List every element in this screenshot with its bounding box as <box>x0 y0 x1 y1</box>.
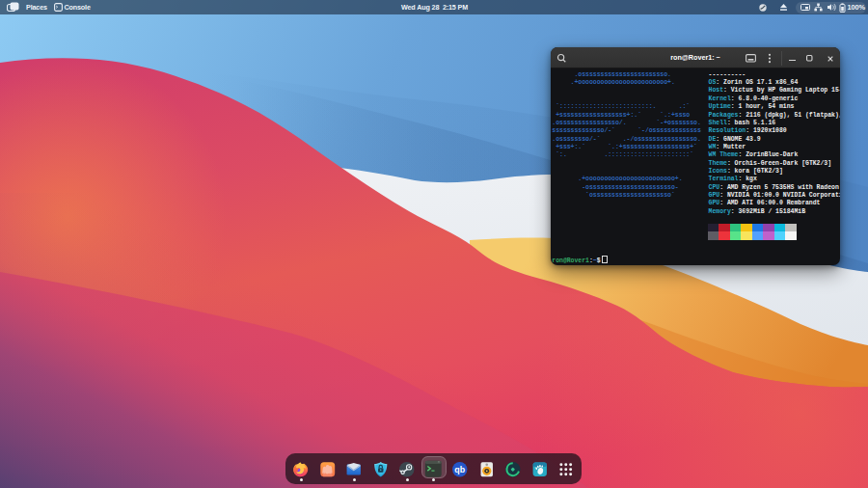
svg-text:qb: qb <box>455 464 466 474</box>
